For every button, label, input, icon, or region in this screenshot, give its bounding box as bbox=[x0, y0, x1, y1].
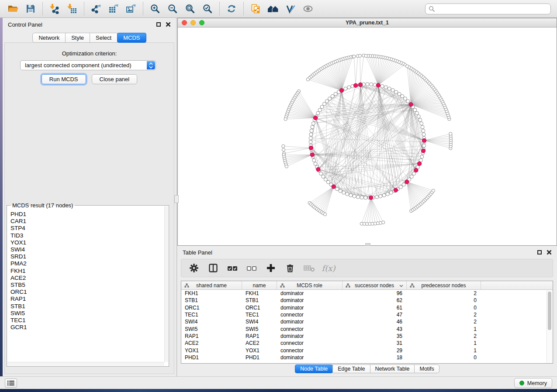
mcds-result-item[interactable]: CAR1 bbox=[10, 218, 163, 225]
cell-shared-name[interactable]: SWI5 bbox=[181, 325, 242, 332]
table-row[interactable]: RAP1RAP1dominator352 bbox=[181, 333, 553, 340]
mcds-result-item[interactable]: PHD1 bbox=[10, 211, 163, 218]
cell-predecessor-nodes[interactable]: 2 bbox=[407, 311, 481, 318]
select-all-button[interactable] bbox=[226, 261, 239, 275]
mcds-result-item[interactable]: SRD1 bbox=[10, 253, 163, 260]
delete-column-button[interactable] bbox=[284, 261, 297, 275]
delete-table-button[interactable] bbox=[303, 261, 316, 275]
close-panel-button[interactable]: Close panel bbox=[92, 74, 138, 84]
clone-network-button[interactable] bbox=[247, 1, 264, 16]
table-row[interactable]: SWI5SWI5connector431 bbox=[181, 325, 553, 332]
cell-shared-name[interactable]: FKH1 bbox=[181, 290, 242, 297]
horizontal-splitter-handle[interactable] bbox=[365, 243, 370, 246]
zoom-selected-button[interactable] bbox=[199, 1, 216, 16]
cell-mcds-role[interactable]: dominator bbox=[277, 304, 343, 311]
column-header-mcds-role[interactable]: MCDS role bbox=[277, 281, 343, 289]
cell-name[interactable]: SWI5 bbox=[242, 325, 277, 332]
cell-shared-name[interactable]: TEC1 bbox=[181, 311, 242, 318]
tab-motifs[interactable]: Motifs bbox=[414, 364, 439, 373]
cell-shared-name[interactable]: ORC1 bbox=[181, 304, 242, 311]
cell-name[interactable]: ACE2 bbox=[242, 340, 277, 347]
mcds-result-item[interactable]: PMA2 bbox=[10, 260, 163, 267]
cell-mcds-role[interactable]: connector bbox=[277, 347, 343, 354]
network-graph[interactable] bbox=[178, 28, 557, 245]
cell-name[interactable]: SWI4 bbox=[242, 318, 277, 325]
column-header-predecessor-nodes[interactable]: predecessor nodes bbox=[407, 281, 481, 289]
cell-predecessor-nodes[interactable]: 2 bbox=[407, 318, 481, 325]
search-input[interactable] bbox=[425, 3, 551, 14]
task-history-button[interactable] bbox=[5, 378, 17, 388]
table-settings-button[interactable] bbox=[187, 261, 201, 275]
deselect-all-button[interactable] bbox=[245, 261, 258, 275]
table-vscrollbar[interactable] bbox=[547, 290, 552, 363]
cell-successor-nodes[interactable]: 62 bbox=[343, 297, 407, 304]
float-table-panel-icon[interactable] bbox=[537, 250, 542, 254]
cell-mcds-role[interactable]: dominator bbox=[277, 333, 343, 340]
mcds-result-item[interactable]: STB5 bbox=[10, 282, 163, 289]
float-panel-icon[interactable] bbox=[156, 22, 161, 27]
cell-mcds-role[interactable]: connector bbox=[277, 340, 343, 347]
cell-name[interactable]: PHD1 bbox=[242, 354, 277, 361]
close-table-panel-icon[interactable] bbox=[547, 250, 552, 255]
table-row[interactable]: FKH1FKH1dominator962 bbox=[181, 290, 553, 297]
mcds-result-item[interactable]: FKH1 bbox=[10, 268, 163, 275]
cell-successor-nodes[interactable]: 43 bbox=[343, 325, 407, 332]
tab-edge-table[interactable]: Edge Table bbox=[332, 364, 370, 373]
table-row[interactable]: PHD1PHD1dominator180 bbox=[181, 354, 553, 361]
table-row[interactable]: STB1STB1dominator620 bbox=[181, 297, 553, 304]
mcds-result-item[interactable]: YOX1 bbox=[10, 239, 163, 246]
table-row[interactable]: YOX1YOX1connector291 bbox=[181, 347, 553, 354]
cell-mcds-role[interactable]: dominator bbox=[277, 290, 343, 297]
export-table-button[interactable] bbox=[105, 1, 122, 16]
table-row[interactable]: ACE2ACE2connector311 bbox=[181, 340, 553, 347]
cell-mcds-role[interactable]: dominator bbox=[277, 297, 343, 304]
vertical-splitter-handle[interactable] bbox=[174, 195, 179, 203]
mcds-list-hscrollbar[interactable] bbox=[7, 362, 164, 366]
cell-successor-nodes[interactable]: 46 bbox=[343, 318, 407, 325]
tab-style[interactable]: Style bbox=[65, 33, 90, 43]
column-header-name[interactable]: name bbox=[242, 281, 277, 289]
cell-successor-nodes[interactable]: 18 bbox=[343, 354, 407, 361]
zoom-in-button[interactable] bbox=[146, 1, 164, 16]
table-row[interactable]: SWI4SWI4dominator462 bbox=[181, 318, 553, 325]
mcds-result-item[interactable]: SWI5 bbox=[10, 310, 163, 317]
refresh-view-button[interactable] bbox=[223, 1, 240, 16]
cell-successor-nodes[interactable]: 47 bbox=[343, 311, 407, 318]
table-vscrollbar-thumb[interactable] bbox=[548, 292, 551, 330]
network-canvas[interactable] bbox=[178, 28, 557, 245]
cell-predecessor-nodes[interactable]: 1 bbox=[407, 347, 481, 354]
cell-mcds-role[interactable]: connector bbox=[277, 311, 343, 318]
maximize-window-icon[interactable] bbox=[199, 20, 204, 25]
cell-shared-name[interactable]: ACE2 bbox=[181, 340, 242, 347]
criterion-select[interactable]: largest connected component (undirected) bbox=[20, 60, 156, 70]
cell-name[interactable]: YOX1 bbox=[242, 347, 277, 354]
toggle-column-view-button[interactable] bbox=[207, 261, 220, 275]
cell-predecessor-nodes[interactable]: 0 bbox=[407, 354, 481, 361]
cell-successor-nodes[interactable]: 31 bbox=[343, 340, 407, 347]
tab-network[interactable]: Network bbox=[32, 33, 66, 43]
show-hide-button[interactable] bbox=[299, 1, 317, 16]
cell-name[interactable]: STB1 bbox=[242, 297, 277, 304]
mcds-result-item[interactable]: ACE2 bbox=[10, 275, 163, 282]
browse-networks-button[interactable] bbox=[264, 1, 282, 16]
cell-mcds-role[interactable]: dominator bbox=[277, 354, 343, 361]
cell-mcds-role[interactable]: dominator bbox=[277, 318, 343, 325]
cell-predecessor-nodes[interactable]: 1 bbox=[407, 325, 481, 332]
cell-name[interactable]: FKH1 bbox=[242, 290, 277, 297]
run-mcds-button[interactable]: Run MCDS bbox=[42, 74, 86, 84]
mcds-result-item[interactable]: SWI4 bbox=[10, 246, 163, 253]
cell-shared-name[interactable]: YOX1 bbox=[181, 347, 242, 354]
mcds-result-item[interactable]: TID3 bbox=[10, 232, 163, 239]
mcds-result-list[interactable]: PHD1CAR1STP4TID3YOX1SWI4SRD1PMA2FKH1ACE2… bbox=[10, 211, 163, 361]
mcds-result-item[interactable]: GCR1 bbox=[10, 324, 163, 331]
cell-successor-nodes[interactable]: 96 bbox=[343, 290, 407, 297]
close-window-icon[interactable] bbox=[182, 20, 187, 25]
zoom-out-button[interactable] bbox=[164, 1, 181, 16]
memory-button[interactable]: Memory bbox=[514, 378, 552, 388]
minimize-window-icon[interactable] bbox=[190, 20, 196, 25]
mcds-result-item[interactable]: RAP1 bbox=[10, 296, 163, 303]
column-header-shared-name[interactable]: shared name bbox=[181, 281, 242, 289]
cell-predecessor-nodes[interactable]: 0 bbox=[407, 297, 481, 304]
zoom-fit-button[interactable] bbox=[181, 1, 199, 16]
cell-successor-nodes[interactable]: 29 bbox=[343, 347, 407, 354]
